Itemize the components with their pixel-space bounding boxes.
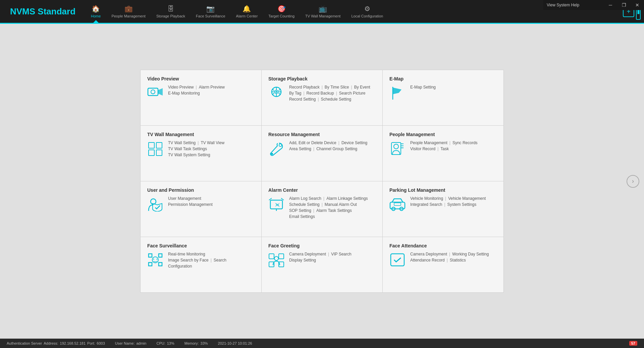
- module-grid: Video Preview Video Preview|Alarm Previe…: [140, 70, 504, 293]
- minimize-button[interactable]: ─: [604, 0, 617, 10]
- cell-links-face-attendance: Camera Deployment|Working Day SettingAtt…: [410, 252, 497, 263]
- cell-link[interactable]: Record Playback: [289, 85, 320, 90]
- cell-title-user-permission: User and Permission: [147, 187, 255, 193]
- cell-link[interactable]: Channel Group Setting: [316, 147, 357, 151]
- cell-link[interactable]: Area Setting: [289, 147, 311, 151]
- cell-link[interactable]: Visitor Record: [410, 147, 435, 151]
- cell-link[interactable]: By Tag: [289, 91, 301, 96]
- cell-link[interactable]: TV Wall Task Settings: [168, 147, 207, 151]
- cell-link[interactable]: Video Preview: [168, 85, 194, 90]
- restore-button[interactable]: ❐: [617, 0, 631, 10]
- nav-target-counting[interactable]: 🎯 Target Counting: [263, 0, 300, 23]
- cell-link[interactable]: Permission Management: [168, 202, 213, 207]
- grid-cell-people-mgmt[interactable]: People Management People Management|Sync…: [383, 126, 503, 181]
- cell-link[interactable]: Alarm Preview: [199, 85, 225, 90]
- cell-title-storage-playback: Storage Playback: [268, 76, 376, 81]
- cell-link[interactable]: Record Setting: [289, 97, 316, 102]
- cell-link[interactable]: Alarm Task Settings: [316, 208, 352, 213]
- cell-link[interactable]: User Management: [168, 196, 201, 201]
- cell-link[interactable]: People Management: [410, 140, 447, 145]
- cell-link[interactable]: Camera Deployment: [410, 252, 447, 256]
- cell-link[interactable]: By Event: [354, 85, 370, 90]
- cell-link[interactable]: By Time Slice: [325, 85, 349, 90]
- link-separator: |: [437, 147, 438, 151]
- close-button[interactable]: ✕: [631, 0, 644, 10]
- cell-link[interactable]: Task: [440, 147, 449, 151]
- cell-link[interactable]: Statistics: [450, 258, 466, 263]
- cell-link[interactable]: Manual Alarm Out: [325, 202, 357, 207]
- title-bar: View System Help ─ ❐ ✕: [543, 0, 644, 10]
- cell-link[interactable]: Add, Edit or Delete Device: [289, 140, 336, 145]
- nav-alarm-center[interactable]: 🔔 Alarm Center: [231, 0, 263, 23]
- next-page-arrow[interactable]: ›: [627, 175, 639, 188]
- cell-link[interactable]: Search Picture: [339, 91, 366, 96]
- cell-link[interactable]: Schedule Setting: [289, 202, 320, 207]
- nav-storage-playback[interactable]: 🗄 Storage Playback: [151, 0, 191, 23]
- cell-link[interactable]: Alarm Linkage Settings: [326, 196, 368, 201]
- cell-link[interactable]: Real-time Monitoring: [168, 252, 205, 256]
- face-icon: 📷: [206, 5, 215, 13]
- cell-link[interactable]: Schedule Setting: [321, 97, 352, 102]
- grid-cell-emap[interactable]: E-Map E-Map Setting: [383, 70, 503, 125]
- cell-link[interactable]: Image Search by Face: [168, 258, 209, 263]
- user-value: admin: [136, 341, 146, 345]
- link-row: Visitor Record|Task: [410, 147, 497, 151]
- cell-link[interactable]: Sync Records: [452, 140, 478, 145]
- link-row: SOP Setting|Alarm Task Settings: [289, 208, 376, 213]
- flag-icon: [389, 85, 406, 100]
- grid-cell-resource-mgmt[interactable]: Resource Management Add, Edit or Delete …: [262, 126, 382, 181]
- cell-link[interactable]: System Settings: [447, 202, 477, 207]
- grid-cell-parking-lot[interactable]: Parking Lot Management Vehicle Monitorin…: [383, 181, 503, 237]
- link-separator: |: [447, 258, 448, 263]
- cell-links-emap: E-Map Setting: [410, 85, 497, 90]
- nav-target-label: Target Counting: [268, 14, 294, 18]
- cell-link[interactable]: VIP Search: [331, 252, 351, 256]
- cell-link[interactable]: Working Day Setting: [452, 252, 489, 256]
- cell-link[interactable]: Attendance Record: [410, 258, 445, 263]
- grid-cell-tvwall-mgmt[interactable]: TV Wall Management TV Wall Setting|TV Wa…: [141, 126, 261, 181]
- svg-rect-38: [149, 263, 152, 266]
- link-row: People Management|Sync Records: [410, 140, 497, 145]
- cell-link[interactable]: Display Setting: [289, 258, 316, 263]
- grid-cell-face-greeting[interactable]: Face Greeting Camera Deployment|VIP Sear…: [262, 237, 382, 292]
- target-icon: 🎯: [277, 5, 286, 13]
- cell-link[interactable]: E-Map Monitoring: [168, 91, 200, 96]
- grid-cell-alarm-center[interactable]: Alarm Center Alarm Log Search|Alarm Link…: [262, 181, 382, 237]
- cell-title-parking-lot: Parking Lot Management: [389, 187, 497, 193]
- nav-home[interactable]: 🏠 Home: [86, 0, 106, 23]
- grid-cell-user-permission[interactable]: User and Permission User ManagementPermi…: [141, 181, 261, 237]
- nav-face-surveillance[interactable]: 📷 Face Surveillance: [191, 0, 230, 23]
- cell-link[interactable]: Device Setting: [341, 140, 367, 145]
- cell-link[interactable]: Alarm Log Search: [289, 196, 321, 201]
- cell-link[interactable]: Email Settings: [289, 214, 315, 219]
- cell-link[interactable]: E-Map Setting: [410, 85, 436, 90]
- grid-cell-face-surveillance[interactable]: Face Surveillance Real-time MonitoringIm…: [141, 237, 261, 292]
- link-row: Configuration: [168, 264, 255, 269]
- memory-value: 33%: [201, 341, 208, 345]
- cell-link[interactable]: Integrated Search: [410, 202, 442, 207]
- grid-cell-storage-playback[interactable]: Storage Playback Record Playback|By Time…: [262, 70, 382, 125]
- link-row: Camera Deployment|VIP Search: [289, 252, 376, 256]
- cell-link[interactable]: TV Wall View: [201, 140, 224, 145]
- nav-tvwall[interactable]: 📺 TV Wall Management: [300, 0, 346, 23]
- grid-cell-video-preview[interactable]: Video Preview Video Preview|Alarm Previe…: [141, 70, 261, 125]
- grid-cell-face-attendance[interactable]: Face Attendance Camera Deployment|Workin…: [383, 237, 503, 292]
- cell-link[interactable]: TV Wall Setting: [168, 140, 196, 145]
- link-row: Schedule Setting|Manual Alarm Out: [289, 202, 376, 207]
- auth-server-item: Authentication Server Address: 192.168.5…: [7, 341, 105, 345]
- cell-link[interactable]: TV Wall System Setting: [168, 153, 210, 157]
- link-separator: |: [336, 91, 337, 96]
- cell-link[interactable]: Configuration: [168, 264, 192, 269]
- cell-link[interactable]: Record Backup: [307, 91, 334, 96]
- cell-link[interactable]: Camera Deployment: [289, 252, 326, 256]
- wrench-icon: [268, 141, 284, 156]
- link-row: Real-time Monitoring: [168, 252, 255, 256]
- cell-link[interactable]: Vehicle Management: [448, 196, 486, 201]
- header: NVMS Standard 🏠 Home 💼 People Management…: [0, 0, 543, 23]
- cell-link[interactable]: Search: [214, 258, 226, 263]
- cell-links-resource-mgmt: Add, Edit or Delete Device|Device Settin…: [289, 140, 376, 151]
- cell-link[interactable]: Vehicle Monitoring: [410, 196, 443, 201]
- nav-local-config[interactable]: ⚙ Local Configuration: [346, 0, 388, 23]
- cell-link[interactable]: SOP Setting: [289, 208, 311, 213]
- nav-people-management[interactable]: 💼 People Management: [106, 0, 151, 23]
